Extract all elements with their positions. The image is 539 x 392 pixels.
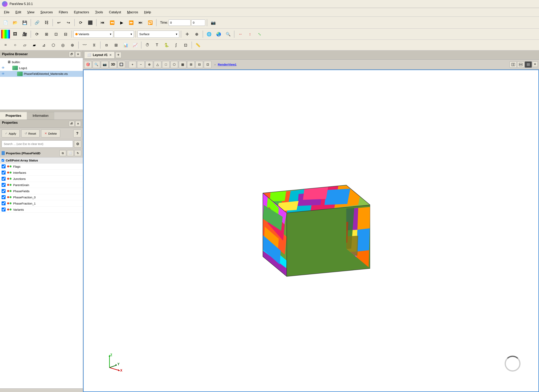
surface-dropdown[interactable]: Surface ▾ [137,31,179,38]
time-input[interactable] [169,19,191,26]
zoom-select-btn[interactable]: ⊟ [61,30,70,38]
menu-tools[interactable]: Tools [92,10,106,15]
menu-edit[interactable]: Edit [13,10,24,15]
phasefraction1-checkbox[interactable] [2,201,5,205]
extract-subset-btn[interactable]: ⬡ [49,41,58,49]
pipeline-browser-close-button[interactable]: ✕ [75,51,81,57]
add-layout-tab-button[interactable]: + [116,52,121,58]
junctions-checkbox[interactable] [2,177,5,181]
logo1-eye-icon[interactable]: 👁 [2,66,6,70]
split-vertical-btn[interactable] [517,61,524,68]
delete-button[interactable]: ✕ Delete [41,129,60,137]
section-refresh-button[interactable]: ↻ [74,150,81,156]
select-cells-btn[interactable]: □ [162,61,170,68]
single-view-btn[interactable] [525,61,532,68]
reset-button[interactable]: ↺ Reset [21,129,39,137]
help-button[interactable]: ? [73,129,81,137]
menu-sources[interactable]: Sources [38,10,55,15]
redo-button[interactable]: ↪ [64,18,73,27]
menu-help[interactable]: Help [141,10,154,15]
menu-macros[interactable]: Macros [124,10,141,15]
select-more-btn[interactable]: ⊡ [204,61,211,68]
last-frame-button[interactable]: ⏭ [136,18,145,27]
pipeline-item-logo1[interactable]: 👁 Logo1 [0,65,83,71]
python-calc-btn[interactable]: 🐍 [162,41,171,49]
plot-over-line-btn[interactable]: 📈 [131,41,140,49]
center-axes-btn[interactable]: ⊕ [192,30,201,38]
contour-btn[interactable]: ○ [11,41,19,49]
translate-btn[interactable]: ↔ [236,30,245,38]
first-frame-button[interactable]: ⏮ [98,18,107,27]
parentgrain-checkbox[interactable] [2,183,5,187]
zoom-data-btn[interactable]: ⊡ [52,30,60,38]
abort-server-button[interactable]: ⬛ [86,18,95,27]
zoom-box-btn[interactable]: 🔲 [118,61,125,68]
search-settings-button[interactable]: ⚙ [74,140,81,148]
adjust-camera-btn[interactable]: 🎥 [20,30,29,38]
view-mode-3d-btn[interactable]: 3D [109,61,117,68]
stream-tracer-btn[interactable]: 〰 [80,41,89,49]
section-paste-button[interactable]: ⬜ [67,150,74,156]
time-step-input[interactable] [191,19,205,26]
calculator-btn[interactable]: = [1,41,10,49]
tab-properties[interactable]: Properties [0,112,27,120]
group-datasets-btn[interactable]: ⧈ [102,41,111,49]
resample-btn[interactable]: ⊡ [181,41,190,49]
play-forward-button[interactable]: ⏩ [127,18,135,27]
menu-catalyst[interactable]: Catalyst [106,10,124,15]
coloring-dropdown[interactable]: Variants ▾ [73,31,113,38]
3d-viewport[interactable]: Z X Y [83,70,539,392]
pipeline-item-phasefield[interactable]: 👁 PhaseFieldDistorted_Martensite.vts [0,71,83,77]
flags-checkbox[interactable] [2,164,5,168]
section-copy-button[interactable]: ⧉ [59,150,66,156]
loop-button[interactable]: 🔁 [146,18,154,27]
properties-float-button[interactable]: 🗗 [69,121,74,126]
new-file-button[interactable]: 📄 [1,18,10,27]
reset-session-button[interactable]: ⟳ [76,18,85,27]
pipeline-browser-float-button[interactable]: 🗗 [69,51,74,57]
plus-btn[interactable]: + [129,61,136,68]
properties-close-button[interactable]: ✕ [75,121,81,126]
minus-btn[interactable]: − [137,61,145,68]
extract-block-btn[interactable]: ⊞ [112,41,120,49]
ruler-btn[interactable]: 📏 [193,41,202,49]
show-all-btn[interactable]: 🌐 [205,30,213,38]
undo-button[interactable]: ↩ [54,18,63,27]
timer-btn[interactable]: ⏱ [143,41,152,49]
phasefield-eye-icon[interactable]: 👁 [2,72,6,76]
connect-button[interactable]: 🔗 [33,18,41,27]
screenshot-button[interactable]: 📷 [209,18,217,27]
secondary-color-dropdown[interactable]: ▾ [114,31,134,38]
warp-btn[interactable]: ⧖ [90,41,99,49]
play-button[interactable]: ▶ [117,18,126,27]
zoom-to-data-btn[interactable]: 🔍 [93,61,100,68]
apply-button[interactable]: ✓ Apply [2,129,20,137]
pipeline-logo1-label[interactable]: Logo1 [19,66,27,70]
slice-btn[interactable]: ▰ [30,41,38,49]
clip-btn[interactable]: ▱ [20,41,29,49]
menu-extractors[interactable]: Extractors [71,10,92,15]
save-file-button[interactable]: 💾 [20,18,29,27]
plot-btn[interactable]: 📊 [121,41,130,49]
reset-camera-view-btn[interactable]: 🎯 [84,61,92,68]
variants-checkbox[interactable] [2,207,5,211]
show-selected-btn[interactable]: 🌏 [214,30,223,38]
phasefields-checkbox[interactable] [2,189,5,193]
prev-frame-button[interactable]: ⏪ [108,18,116,27]
interfaces-checkbox[interactable] [2,171,5,175]
select-pts-btn[interactable]: △ [154,61,161,68]
colormap-btn[interactable] [1,30,10,38]
magnify-btn[interactable]: 🔍 [224,30,232,38]
pick-btn[interactable]: ⊕ [145,61,153,68]
threshold-btn[interactable]: ⊿ [39,41,48,49]
iso-btn[interactable]: ◎ [58,41,67,49]
select-pts-through-btn[interactable]: ⊞ [187,61,195,68]
orient-axes-btn[interactable]: ✛ [183,30,192,38]
scale-btn[interactable]: ⤡ [255,30,264,38]
screenshot-view-btn[interactable]: 📷 [101,61,108,68]
tab-information[interactable]: Information [27,112,54,120]
zoom-fit-btn[interactable]: ⊞ [42,30,51,38]
open-file-button[interactable]: 📂 [11,18,19,27]
menu-filters[interactable]: Filters [56,10,71,15]
horizontal-scrollbar[interactable] [0,388,83,392]
